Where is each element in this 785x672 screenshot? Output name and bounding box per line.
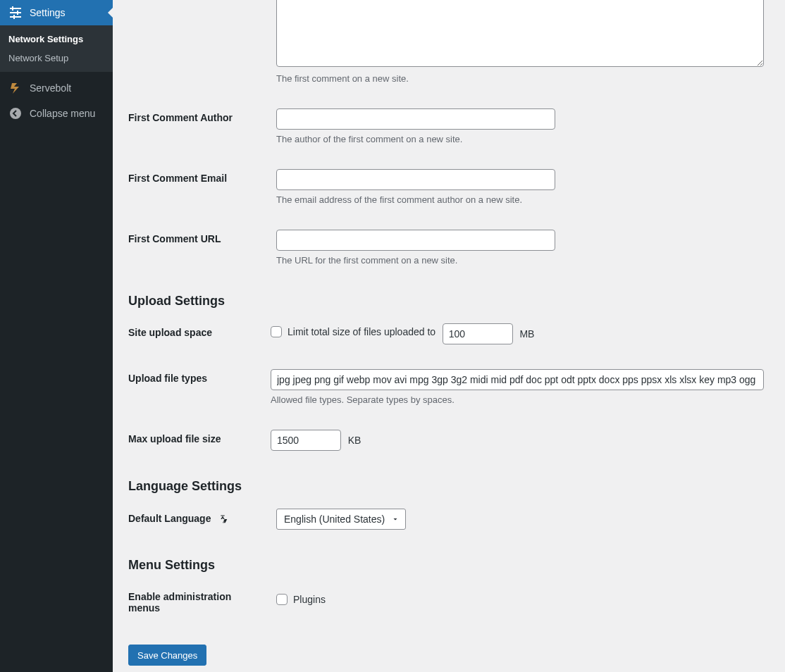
language-settings-heading: Language Settings (128, 479, 771, 494)
sidebar-submenu-settings: Network Settings Network Setup (0, 25, 113, 72)
enable-plugins-menu-checkbox[interactable] (276, 594, 288, 605)
upload-settings-heading: Upload Settings (128, 294, 771, 309)
form-table-upload: Site upload space Limit total size of fi… (128, 313, 771, 465)
max-upload-file-size-unit: KB (348, 435, 361, 446)
sidebar-item-settings[interactable]: Settings (0, 0, 113, 25)
max-upload-file-size-label: Max upload file size (128, 419, 264, 465)
first-comment-textarea[interactable] (276, 0, 764, 67)
form-table-new-site: The first comment on a new site. First C… (128, 0, 771, 280)
sidebar-item-label: Settings (30, 7, 66, 18)
first-comment-url-input[interactable] (276, 230, 555, 251)
svg-rect-4 (17, 11, 18, 15)
site-upload-space-checkbox[interactable] (271, 326, 282, 337)
svg-point-6 (10, 108, 21, 119)
svg-rect-3 (12, 6, 13, 11)
first-comment-email-input[interactable] (276, 169, 555, 190)
save-changes-button[interactable]: Save Changes (128, 645, 206, 666)
first-comment-url-desc: The URL for the first comment on a new s… (276, 255, 764, 266)
first-comment-email-label: First Comment Email (128, 158, 269, 219)
upload-file-types-desc: Allowed file types. Separate types by sp… (271, 394, 764, 405)
svg-rect-0 (10, 8, 21, 9)
upload-file-types-label: Upload file types (128, 359, 264, 419)
form-table-language: Default Language English (United States) (128, 498, 771, 544)
enable-plugins-menu-label: Plugins (293, 594, 326, 605)
form-table-menu: Enable administration menus Plugins (128, 577, 771, 628)
max-upload-file-size-input[interactable] (271, 430, 341, 451)
sidebar-item-label: Servebolt (30, 82, 71, 94)
upload-file-types-input[interactable] (271, 369, 764, 390)
svg-rect-1 (10, 12, 21, 13)
svg-rect-2 (10, 16, 21, 18)
default-language-select[interactable]: English (United States) (276, 509, 406, 530)
collapse-icon (8, 106, 23, 120)
first-comment-author-label: First Comment Author (128, 98, 269, 158)
first-comment-url-label: First Comment URL (128, 219, 269, 280)
site-upload-space-unit: MB (519, 328, 534, 340)
sidebar-item-label: Collapse menu (30, 108, 95, 119)
site-upload-space-input[interactable] (443, 323, 513, 344)
sidebar-item-collapse[interactable]: Collapse menu (0, 101, 113, 126)
sidebar-subitem-network-setup[interactable]: Network Setup (0, 49, 113, 68)
first-comment-author-desc: The author of the first comment on a new… (276, 134, 764, 144)
first-comment-email-desc: The email address of the first comment a… (276, 194, 764, 205)
translation-icon (216, 512, 229, 527)
sidebar-item-servebolt[interactable]: Servebolt (0, 75, 113, 101)
admin-sidebar: Settings Network Settings Network Setup … (0, 0, 113, 672)
main-content: The first comment on a new site. First C… (113, 0, 785, 672)
sliders-icon (8, 6, 23, 20)
first-comment-desc: The first comment on a new site. (276, 73, 764, 84)
servebolt-icon (8, 81, 23, 95)
menu-settings-heading: Menu Settings (128, 558, 771, 573)
sidebar-subitem-network-settings[interactable]: Network Settings (0, 30, 113, 49)
site-upload-space-checkbox-label: Limit total size of files uploaded to (288, 326, 435, 337)
first-comment-author-input[interactable] (276, 108, 555, 130)
site-upload-space-label: Site upload space (128, 313, 264, 359)
default-language-label: Default Language (128, 498, 269, 544)
enable-admin-menus-label: Enable administration menus (128, 577, 269, 628)
svg-rect-5 (13, 15, 15, 19)
